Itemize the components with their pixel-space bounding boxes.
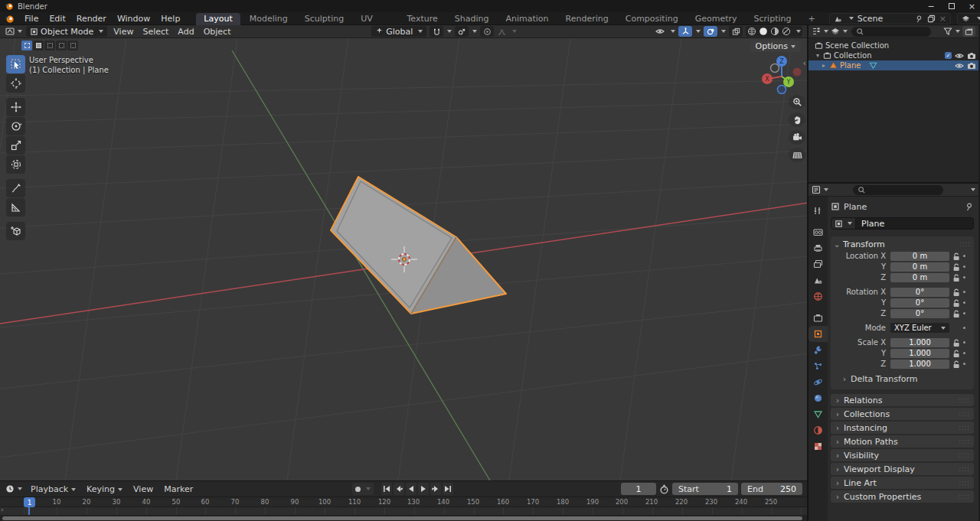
- tab-texture[interactable]: [808, 438, 828, 454]
- collapsed-panel-header[interactable]: › Viewport Display ::::: [831, 463, 974, 475]
- unlink-scene-icon[interactable]: ×: [939, 14, 946, 24]
- select-intersect-button[interactable]: [67, 41, 78, 50]
- tab-object[interactable]: [808, 326, 828, 342]
- outliner-display-mode-button[interactable]: [831, 27, 848, 36]
- playhead-badge[interactable]: 1: [24, 497, 35, 507]
- workspace-tab[interactable]: Scripting: [746, 13, 799, 25]
- workspace-tab[interactable]: Animation: [498, 13, 556, 25]
- animate-dot-icon[interactable]: [963, 341, 965, 344]
- breadcrumb-object[interactable]: Plane: [844, 202, 867, 212]
- lock-icon[interactable]: [952, 288, 960, 297]
- navigation-gizmo[interactable]: Z X Y: [760, 54, 804, 99]
- transform-tool[interactable]: [6, 155, 25, 174]
- workspace-tab[interactable]: Sculpting: [297, 13, 351, 25]
- play-button[interactable]: [418, 483, 429, 495]
- pin-id-icon[interactable]: [965, 202, 974, 211]
- transform-panel-header[interactable]: ⌄ Transform ::::: [834, 239, 971, 250]
- rendered-shading-icon[interactable]: [782, 27, 791, 36]
- camera-view-button[interactable]: [789, 130, 805, 145]
- menu-item[interactable]: File: [19, 14, 44, 24]
- overlays-caret[interactable]: [721, 30, 726, 33]
- lock-icon[interactable]: [952, 360, 960, 369]
- tab-object-data[interactable]: [808, 406, 828, 422]
- tab-constraints[interactable]: [808, 390, 828, 406]
- delta-transform-panel-header[interactable]: › Delta Transform: [841, 373, 971, 385]
- collection-checkbox[interactable]: ✓: [945, 52, 952, 59]
- animate-dot-icon[interactable]: [963, 255, 965, 257]
- workspace-tab[interactable]: Rendering: [558, 13, 616, 25]
- select-box-tool[interactable]: [6, 55, 25, 73]
- snap-target-caret[interactable]: [472, 30, 477, 33]
- snap-toggle[interactable]: [430, 26, 443, 37]
- tab-modifiers[interactable]: [808, 342, 828, 358]
- play-reverse-button[interactable]: [406, 483, 416, 495]
- animate-dot-icon[interactable]: [963, 276, 965, 278]
- playback-menu[interactable]: Playback: [26, 484, 80, 494]
- outliner-row-scene-collection[interactable]: Scene Collection: [808, 41, 978, 50]
- outliner-editor-type-button[interactable]: [812, 27, 828, 36]
- move-tool[interactable]: [6, 98, 25, 116]
- material-shading-icon[interactable]: [770, 27, 779, 36]
- scrollbar-thumb[interactable]: [2, 516, 802, 520]
- tab-render[interactable]: [808, 224, 828, 240]
- viewport-menu-item[interactable]: Object: [199, 27, 236, 37]
- scene-browse-caret[interactable]: [849, 17, 854, 20]
- editor-type-button[interactable]: [3, 27, 24, 36]
- tab-scene[interactable]: [808, 272, 828, 288]
- end-frame-field[interactable]: End250: [741, 483, 802, 495]
- visibility-caret[interactable]: [671, 30, 675, 33]
- pan-hand-button[interactable]: [789, 112, 805, 127]
- falloff-caret[interactable]: [512, 30, 517, 33]
- outliner-row-plane[interactable]: ▸ Plane: [808, 60, 978, 70]
- panel-grip-icon[interactable]: ::::: [959, 480, 970, 487]
- collapsed-panel-header[interactable]: › Visibility ::::: [831, 449, 974, 461]
- orientation-dropdown[interactable]: Global: [371, 26, 426, 37]
- value-field[interactable]: 0°: [890, 288, 949, 297]
- select-extend-button[interactable]: [33, 41, 44, 50]
- lock-icon[interactable]: [952, 298, 960, 308]
- workspace-tab[interactable]: UV Editing: [353, 13, 397, 25]
- shading-caret[interactable]: [796, 30, 801, 33]
- current-frame-field[interactable]: 1: [621, 483, 656, 495]
- menu-item[interactable]: Edit: [44, 14, 70, 24]
- animate-dot-icon[interactable]: [963, 265, 965, 268]
- hide-eye-icon[interactable]: [955, 61, 964, 70]
- jump-to-start-button[interactable]: [381, 483, 392, 495]
- lock-icon[interactable]: [952, 309, 960, 318]
- tab-world[interactable]: [808, 288, 828, 304]
- collapsed-panel-header[interactable]: › Instancing ::::: [831, 422, 974, 434]
- collapsed-panel-header[interactable]: › Line Art ::::: [831, 477, 974, 489]
- hide-eye-icon[interactable]: [955, 51, 964, 60]
- lock-icon[interactable]: [952, 262, 960, 272]
- viewport-menu-item[interactable]: View: [109, 27, 138, 37]
- timeline-scrollbar[interactable]: [0, 515, 807, 521]
- scale-tool[interactable]: [6, 136, 25, 155]
- panel-grip-icon[interactable]: ::::: [959, 241, 971, 248]
- tab-collection[interactable]: [808, 310, 828, 326]
- workspace-tab[interactable]: Layout: [196, 13, 240, 25]
- collapsed-panel-header[interactable]: › Collections ::::: [831, 408, 974, 420]
- mode-dropdown[interactable]: Object Mode: [26, 26, 107, 37]
- collapsed-panel-header[interactable]: › Custom Properties ::::: [831, 490, 974, 503]
- object-browse-button[interactable]: [831, 218, 856, 229]
- value-field[interactable]: 1.000: [890, 338, 949, 347]
- options-button[interactable]: Options: [750, 41, 801, 52]
- axis-neg-z-ball[interactable]: [778, 86, 786, 94]
- axis-neg-y-ball[interactable]: [771, 64, 779, 73]
- annotate-tool[interactable]: [6, 179, 25, 197]
- select-invert-button[interactable]: [56, 41, 67, 50]
- value-field[interactable]: 0°: [890, 309, 949, 318]
- pin-icon[interactable]: [915, 15, 923, 23]
- show-gizmo-toggle[interactable]: [678, 26, 692, 37]
- jump-to-end-button[interactable]: [443, 483, 453, 495]
- animate-dot-icon[interactable]: [963, 301, 965, 304]
- disable-render-camera-icon[interactable]: [967, 51, 976, 60]
- object-name-field[interactable]: Plane: [831, 217, 974, 230]
- collapse-arrow-icon[interactable]: ▾: [815, 52, 821, 59]
- object-name-value[interactable]: Plane: [856, 219, 890, 229]
- animate-dot-icon[interactable]: [963, 327, 965, 329]
- animate-dot-icon[interactable]: [963, 312, 965, 314]
- plane-object[interactable]: [331, 177, 506, 314]
- disable-render-camera-icon[interactable]: [967, 61, 976, 70]
- expand-arrow-icon[interactable]: ▸: [821, 62, 827, 69]
